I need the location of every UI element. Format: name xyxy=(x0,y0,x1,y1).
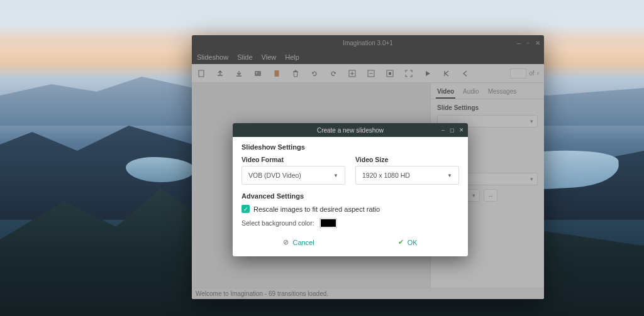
dialog-body: Slideshow Settings Video Format VOB (DVD… xyxy=(233,137,468,256)
video-format-value: VOB (DVD Video) xyxy=(248,172,301,179)
dialog-titlebar[interactable]: Create a new slideshow – ◻ ✕ xyxy=(233,123,468,137)
dialog-title: Create a new slideshow xyxy=(317,127,384,134)
bgcolor-label: Select background color: xyxy=(242,219,314,227)
dialog-maximize-icon[interactable]: ◻ xyxy=(450,127,454,133)
ok-label: OK xyxy=(408,239,418,246)
dialog-close-icon[interactable]: ✕ xyxy=(459,127,464,133)
dialog-minimize-icon[interactable]: – xyxy=(441,127,445,133)
video-size-label: Video Size xyxy=(355,156,459,163)
bgcolor-swatch[interactable] xyxy=(319,218,337,228)
ok-icon: ✔ xyxy=(398,238,404,246)
advanced-settings-heading: Advanced Settings xyxy=(242,192,459,200)
dialog-window-controls: – ◻ ✕ xyxy=(441,127,464,133)
ok-button[interactable]: ✔ OK xyxy=(393,236,423,249)
cancel-icon: ⊘ xyxy=(283,238,289,246)
slideshow-settings-heading: Slideshow Settings xyxy=(242,143,459,151)
new-slideshow-dialog: Create a new slideshow – ◻ ✕ Slideshow S… xyxy=(233,123,468,256)
video-size-dropdown[interactable]: 1920 x 1080 HD ▼ xyxy=(355,166,459,185)
caret-down-icon: ▼ xyxy=(447,173,452,178)
rescale-checkbox[interactable]: ✓ xyxy=(242,205,250,213)
caret-down-icon: ▼ xyxy=(333,173,338,178)
rescale-label: Rescale images to fit desired aspect rat… xyxy=(253,205,380,213)
cancel-label: Cancel xyxy=(292,239,314,246)
cancel-button[interactable]: ⊘ Cancel xyxy=(278,236,319,249)
video-size-value: 1920 x 1080 HD xyxy=(362,172,410,179)
video-format-dropdown[interactable]: VOB (DVD Video) ▼ xyxy=(242,166,345,185)
video-format-label: Video Format xyxy=(242,156,345,163)
